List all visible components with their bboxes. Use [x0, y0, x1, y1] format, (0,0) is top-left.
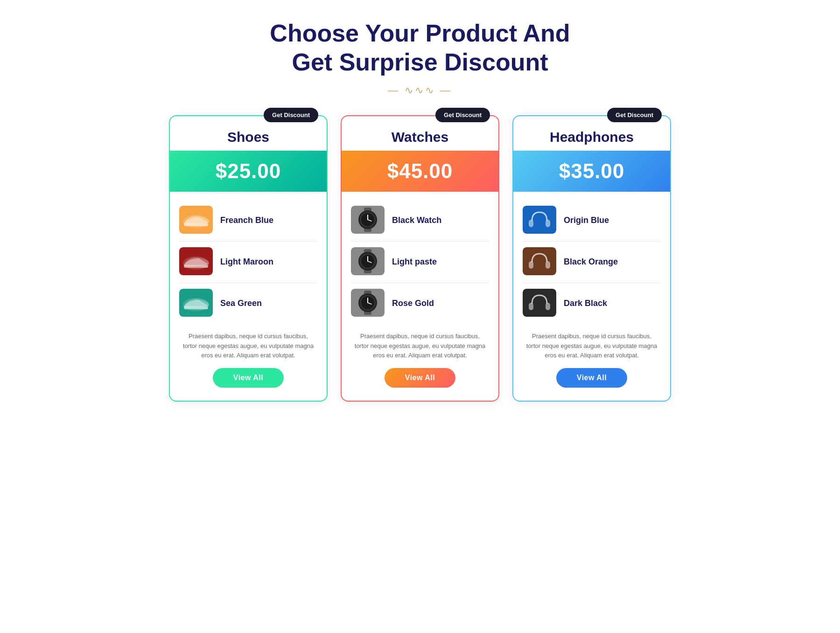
- product-list-shoes: Freanch Blue Light Maroon Sea Green: [170, 200, 327, 324]
- product-name-blue-shoe: Freanch Blue: [220, 216, 273, 225]
- list-item[interactable]: Rose Gold: [351, 283, 489, 324]
- product-image-paste-watch: [351, 247, 385, 277]
- product-list-headphones: Origin Blue Black Orange Dark Black: [513, 200, 670, 324]
- list-item[interactable]: Light paste: [351, 242, 489, 283]
- svg-rect-37: [529, 261, 533, 269]
- card-desc-headphones: Praesent dapibus, neque id cursus faucib…: [513, 332, 670, 368]
- list-item[interactable]: Origin Blue: [523, 200, 661, 242]
- svg-rect-38: [546, 261, 550, 269]
- view-all-button-watches[interactable]: View All: [385, 368, 455, 388]
- product-name-blue-hp: Origin Blue: [564, 216, 609, 225]
- price-shoes: $25.00: [216, 160, 281, 183]
- product-image-blue-hp: [523, 206, 556, 236]
- svg-rect-35: [546, 220, 550, 227]
- product-name-rose-watch: Rose Gold: [392, 299, 434, 308]
- price-headphones: $35.00: [559, 160, 625, 183]
- product-list-watches: Black Watch Light paste Rose Gold: [342, 200, 498, 324]
- product-name-seagreen-shoe: Sea Green: [220, 299, 262, 308]
- card-shoes: Get DiscountShoes$25.00 Freanch Blue Lig…: [169, 115, 328, 402]
- card-desc-watches: Praesent dapibus, neque id cursus faucib…: [342, 332, 498, 368]
- svg-rect-36: [523, 247, 556, 275]
- page-title: Choose Your Product And Get Surprise Dis…: [270, 19, 570, 77]
- get-discount-button-shoes[interactable]: Get Discount: [264, 108, 318, 122]
- product-image-black-watch: [351, 206, 385, 236]
- card-watches: Get DiscountWatches$45.00 Black Watch Li…: [341, 115, 499, 402]
- product-image-seagreen-shoe: [179, 289, 213, 319]
- product-image-maroon-shoe: [179, 247, 213, 277]
- product-name-black-watch: Black Watch: [392, 216, 441, 225]
- view-all-button-headphones[interactable]: View All: [556, 368, 627, 388]
- get-discount-button-headphones[interactable]: Get Discount: [607, 108, 662, 122]
- list-item[interactable]: Sea Green: [179, 283, 317, 324]
- product-image-orange-hp: [523, 247, 556, 277]
- divider-ornament: — ∿∿∿ —: [388, 84, 452, 97]
- product-image-blue-shoe: [179, 206, 213, 236]
- view-all-button-shoes[interactable]: View All: [213, 368, 284, 388]
- product-name-orange-hp: Black Orange: [564, 257, 618, 267]
- list-item[interactable]: Black Watch: [351, 200, 489, 242]
- price-watches: $45.00: [387, 160, 453, 183]
- svg-rect-40: [529, 303, 533, 310]
- list-item[interactable]: Dark Black: [523, 283, 661, 324]
- product-name-maroon-shoe: Light Maroon: [220, 257, 273, 267]
- product-name-dark-hp: Dark Black: [564, 299, 607, 308]
- list-item[interactable]: Freanch Blue: [179, 200, 317, 242]
- svg-rect-33: [523, 206, 556, 234]
- product-image-dark-hp: [523, 289, 556, 319]
- product-image-rose-watch: [351, 289, 385, 319]
- card-desc-shoes: Praesent dapibus, neque id cursus faucib…: [170, 332, 327, 368]
- price-banner-shoes: $25.00: [170, 151, 327, 192]
- svg-rect-8: [184, 306, 208, 309]
- price-banner-watches: $45.00: [342, 151, 498, 192]
- svg-rect-34: [529, 220, 533, 227]
- svg-rect-5: [184, 265, 208, 268]
- cards-container: Get DiscountShoes$25.00 Freanch Blue Lig…: [140, 115, 700, 402]
- svg-rect-41: [546, 303, 550, 310]
- product-name-paste-watch: Light paste: [392, 257, 437, 267]
- list-item[interactable]: Black Orange: [523, 242, 661, 283]
- list-item[interactable]: Light Maroon: [179, 242, 317, 283]
- get-discount-button-watches[interactable]: Get Discount: [435, 108, 490, 122]
- svg-rect-39: [523, 289, 556, 317]
- svg-rect-2: [184, 223, 208, 226]
- card-headphones: Get DiscountHeadphones$35.00 Origin Blue…: [512, 115, 671, 402]
- price-banner-headphones: $35.00: [513, 151, 670, 192]
